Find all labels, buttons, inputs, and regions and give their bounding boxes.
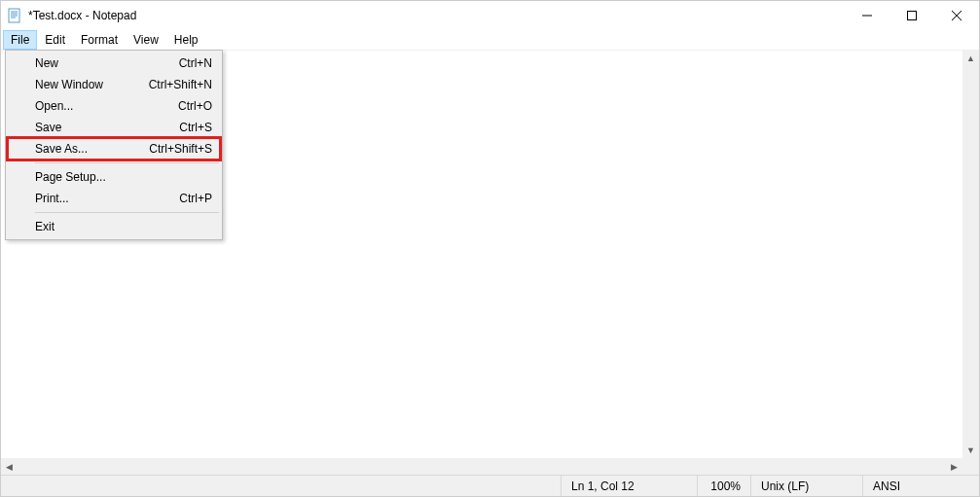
statusbar: Ln 1, Col 12 100% Unix (LF) ANSI [1, 475, 979, 496]
menu-format[interactable]: Format [73, 30, 126, 50]
menu-item-label: Open... [35, 99, 178, 113]
menu-separator [35, 162, 219, 163]
vertical-scrollbar[interactable]: ▲ ▼ [962, 50, 979, 458]
menu-item-shortcut: Ctrl+Shift+N [149, 78, 212, 91]
scroll-left-icon[interactable]: ◀ [1, 458, 18, 475]
status-zoom: 100% [697, 476, 750, 496]
menu-item-shortcut: Ctrl+N [179, 56, 212, 70]
menu-item-label: Page Setup... [35, 170, 212, 184]
menu-item-shortcut: Ctrl+S [179, 121, 212, 134]
menu-item-open[interactable]: Open...Ctrl+O [8, 95, 220, 117]
scroll-corner [962, 458, 979, 475]
minimize-button[interactable] [845, 1, 889, 30]
svg-rect-6 [908, 12, 917, 20]
menu-item-label: Print... [35, 192, 179, 205]
horizontal-scrollbar[interactable]: ◀ ▶ [1, 458, 962, 475]
menu-file[interactable]: File [3, 30, 37, 50]
menu-item-save-as[interactable]: Save As...Ctrl+Shift+S [8, 138, 220, 160]
scroll-right-icon[interactable]: ▶ [946, 458, 962, 475]
close-button[interactable] [934, 1, 979, 30]
app-icon [7, 8, 22, 23]
status-spacer [1, 476, 561, 496]
window-title: *Test.docx - Notepad [28, 9, 845, 22]
menu-help[interactable]: Help [166, 30, 206, 50]
file-menu-dropdown: NewCtrl+NNew WindowCtrl+Shift+NOpen...Ct… [5, 50, 223, 240]
menu-item-shortcut: Ctrl+Shift+S [149, 142, 212, 156]
menu-item-label: Exit [35, 220, 212, 233]
scroll-down-icon[interactable]: ▼ [962, 442, 979, 458]
menu-item-shortcut: Ctrl+O [178, 99, 212, 113]
menu-item-new[interactable]: NewCtrl+N [8, 53, 220, 74]
menu-item-label: New [35, 56, 179, 70]
maximize-button[interactable] [889, 1, 934, 30]
menu-item-new-window[interactable]: New WindowCtrl+Shift+N [8, 74, 220, 95]
menu-item-save[interactable]: SaveCtrl+S [8, 117, 220, 138]
window-controls [845, 1, 979, 30]
status-position: Ln 1, Col 12 [561, 476, 697, 496]
menubar: FileEditFormatViewHelp [1, 30, 979, 50]
titlebar: *Test.docx - Notepad [1, 1, 979, 30]
menu-item-label: Save As... [35, 142, 149, 156]
status-line-ending: Unix (LF) [750, 476, 862, 496]
menu-view[interactable]: View [126, 30, 166, 50]
menu-item-exit[interactable]: Exit [8, 216, 220, 237]
menu-item-page-setup[interactable]: Page Setup... [8, 166, 220, 188]
scroll-up-icon[interactable]: ▲ [962, 50, 979, 66]
menu-edit[interactable]: Edit [37, 30, 73, 50]
menu-item-label: New Window [35, 78, 149, 91]
menu-item-print[interactable]: Print...Ctrl+P [8, 188, 220, 209]
menu-item-shortcut: Ctrl+P [179, 192, 212, 205]
menu-separator [35, 212, 219, 213]
menu-item-label: Save [35, 121, 179, 134]
status-encoding: ANSI [862, 476, 979, 496]
